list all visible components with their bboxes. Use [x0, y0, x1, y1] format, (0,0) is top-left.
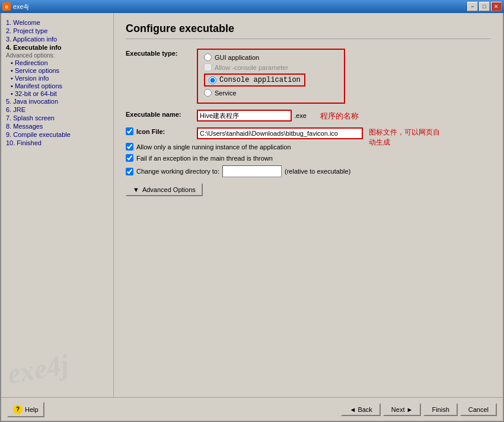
exec-name-label: Executable name: — [126, 110, 197, 118]
close-button[interactable]: ✕ — [491, 2, 502, 11]
single-instance-checkbox[interactable] — [126, 143, 133, 151]
cancel-button[interactable]: Cancel — [460, 403, 497, 416]
title-bar: e exe4j − □ ✕ — [0, 0, 504, 13]
sidebar-item-java-invocation[interactable]: 5. Java invocation — [6, 98, 109, 105]
allow-console-checkbox[interactable] — [204, 63, 212, 71]
bottom-right: ◄ Back Next ► Finish Cancel — [341, 403, 497, 416]
sidebar-item-exec-info[interactable]: 4. Executable info — [6, 44, 109, 51]
allow-console-row: Allow -console parameter — [204, 63, 338, 71]
sidebar-item-32-64-bit[interactable]: • 32-bit or 64-bit — [6, 90, 109, 97]
title-bar-buttons: − □ ✕ — [467, 2, 502, 11]
app-icon: e — [2, 2, 11, 11]
main-window: 1. Welcome 2. Project type 3. Applicatio… — [0, 13, 504, 422]
next-label: Next ► — [391, 406, 413, 413]
sidebar-item-messages[interactable]: 8. Messages — [6, 123, 109, 130]
radio-service-input[interactable] — [204, 89, 212, 97]
sidebar-item-version-info[interactable]: • Version info — [6, 75, 109, 82]
maximize-button[interactable]: □ — [479, 2, 490, 11]
icon-file-content — [197, 127, 491, 139]
main-panel: Configure executable Executable type: GU… — [114, 13, 503, 397]
title-bar-title: exe4j — [13, 3, 28, 10]
sidebar-item-jre[interactable]: 6. JRE — [6, 106, 109, 113]
icon-file-input[interactable] — [197, 127, 363, 139]
icon-file-label: Icon File: — [136, 128, 165, 135]
back-label: ◄ Back — [349, 406, 372, 413]
page-title: Configure executable — [126, 23, 491, 39]
next-button[interactable]: Next ► — [383, 403, 422, 416]
annotation-icon-file: 图标文件，可以网页自动生成 — [369, 127, 440, 148]
sidebar-item-app-info[interactable]: 3. Application info — [6, 36, 109, 43]
sidebar-item-splash-screen[interactable]: 7. Splash screen — [6, 114, 109, 122]
exec-name-suffix: .exe — [294, 112, 307, 119]
fail-exception-label: Fail if an exception in the main thread … — [136, 155, 273, 162]
exec-name-row: Executable name: .exe 程序的名称 — [126, 110, 491, 122]
icon-file-checkbox[interactable] — [126, 127, 133, 135]
exec-type-label: Executable type: — [126, 49, 197, 57]
advanced-options-button[interactable]: ▼ Advanced Options — [126, 183, 203, 196]
workdir-suffix: (relative to executable) — [285, 168, 350, 175]
sidebar-item-service-options[interactable]: • Service options — [6, 67, 109, 74]
radio-console-label: Console application — [219, 76, 301, 84]
help-icon: ? — [13, 405, 23, 414]
console-radio-box: Console application — [204, 73, 305, 87]
radio-service: Service — [204, 89, 338, 97]
radio-gui-input[interactable] — [204, 53, 212, 61]
sidebar-item-redirection[interactable]: • Redirection — [6, 59, 109, 66]
help-label: Help — [25, 406, 39, 413]
single-instance-label: Allow only a single running instance of … — [136, 143, 291, 151]
workdir-row: Change working directory to: (relative t… — [126, 165, 491, 177]
fail-exception-checkbox[interactable] — [126, 154, 133, 162]
cancel-label: Cancel — [468, 406, 489, 413]
back-button[interactable]: ◄ Back — [341, 403, 380, 416]
bottom-bar: ? Help ◄ Back Next ► Finish Cancel — [1, 397, 503, 421]
sidebar-adv-label: Advanced options: — [6, 52, 109, 59]
minimize-button[interactable]: − — [467, 2, 478, 11]
fail-exception-row: Fail if an exception in the main thread … — [126, 154, 491, 162]
adv-btn-arrow: ▼ — [133, 186, 139, 193]
exec-name-input[interactable] — [197, 110, 292, 122]
finish-label: Finish — [432, 406, 449, 413]
allow-console-label: Allow -console parameter — [215, 64, 288, 71]
sidebar-item-compile-exec[interactable]: 9. Compile executable — [6, 131, 109, 138]
sidebar-watermark: exe4j — [5, 347, 71, 390]
bottom-left: ? Help — [7, 402, 44, 417]
workdir-checkbox[interactable] — [126, 168, 133, 175]
workdir-label: Change working directory to: — [136, 168, 219, 175]
sidebar-item-manifest-options[interactable]: • Manifest options — [6, 82, 109, 89]
annotation-exec-name: 程序的名称 — [320, 111, 359, 122]
title-bar-text: e exe4j — [2, 2, 28, 11]
exec-type-radio-group: GUI application Allow -console parameter… — [197, 49, 345, 104]
icon-file-row: Icon File: 图标文件，可以网页自动生成 — [126, 127, 491, 139]
icon-file-left: Icon File: — [126, 127, 197, 135]
radio-console-input[interactable] — [209, 76, 216, 84]
radio-service-label: Service — [215, 89, 237, 97]
sidebar-item-finished[interactable]: 10. Finished — [6, 139, 109, 146]
exec-type-content: GUI application Allow -console parameter… — [197, 49, 491, 104]
finish-button[interactable]: Finish — [423, 403, 457, 416]
help-button[interactable]: ? Help — [7, 402, 44, 417]
exec-type-row: Executable type: GUI application Allow -… — [126, 49, 491, 104]
content-area: 1. Welcome 2. Project type 3. Applicatio… — [1, 13, 503, 397]
sidebar-item-project-type[interactable]: 2. Project type — [6, 27, 109, 34]
sidebar-item-welcome[interactable]: 1. Welcome — [6, 19, 109, 26]
radio-gui-label: GUI application — [215, 54, 259, 61]
sidebar: 1. Welcome 2. Project type 3. Applicatio… — [1, 13, 114, 397]
radio-gui: GUI application — [204, 53, 338, 61]
adv-btn-label: Advanced Options — [142, 186, 196, 193]
workdir-input[interactable] — [222, 165, 282, 177]
